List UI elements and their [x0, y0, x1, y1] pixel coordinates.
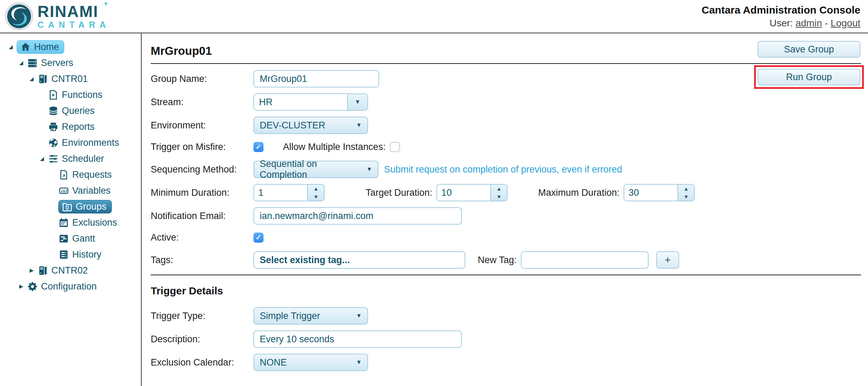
trigger-details-heading: Trigger Details — [151, 285, 861, 297]
selected-highlight[interactable]: Groups — [58, 200, 112, 213]
exclusion-calendar-row: Exclusion Calendar: NONE ▼ — [151, 354, 861, 371]
trigger-type-select[interactable]: Simple Trigger ▼ — [253, 307, 368, 325]
sidebar-item-label: CNTR01 — [51, 74, 88, 84]
servers-icon — [27, 58, 38, 68]
tree-expander-icon[interactable]: ▶ — [26, 267, 37, 274]
spinner-down-icon[interactable]: ▼ — [308, 193, 324, 201]
sidebar-item-cntr02[interactable]: ▶CNTR02 — [0, 262, 141, 278]
sidebar-item-functions[interactable]: Functions — [0, 87, 141, 103]
trigger-type-label: Trigger Type: — [151, 311, 253, 321]
spinner-down-icon[interactable]: ▼ — [678, 193, 694, 201]
trigger-type-value: Simple Trigger — [260, 311, 320, 321]
brand-logo[interactable]: RINAMI ▼ CANTARA — [5, 2, 110, 31]
sequencing-method-select[interactable]: Sequential on Completion ▼ — [253, 161, 378, 178]
section-divider — [151, 275, 861, 275]
tags-label: Tags: — [151, 255, 253, 266]
sidebar-item-label: Queries — [62, 106, 95, 116]
sidebar-item-home[interactable]: ◢Home — [0, 39, 141, 55]
durations-row: Minimum Duration: ▲ ▼ Target Duration: ▲… — [151, 184, 861, 201]
sidebar-item-gantt[interactable]: Gantt — [0, 230, 141, 246]
new-tag-input[interactable] — [521, 251, 649, 269]
sequencing-row: Sequencing Method: Sequential on Complet… — [151, 161, 861, 178]
sidebar-item-environments[interactable]: Environments — [0, 135, 141, 151]
tree-expander-icon[interactable]: ▶ — [15, 283, 27, 290]
maximum-duration-spinner[interactable]: ▲ ▼ — [624, 184, 695, 201]
sidebar-item-label: Configuration — [41, 281, 97, 292]
exclusion-calendar-select[interactable]: NONE ▼ — [253, 354, 368, 371]
sidebar-item-label: Functions — [62, 90, 102, 100]
target-duration-input[interactable] — [437, 185, 490, 201]
new-tag-label: New Tag: — [478, 255, 517, 266]
minimum-duration-steppers[interactable]: ▲ ▼ — [307, 185, 324, 201]
stream-label: Stream: — [151, 97, 253, 108]
folder-icon — [62, 201, 73, 212]
add-tag-button[interactable]: + — [656, 251, 679, 269]
group-name-input[interactable] — [253, 70, 379, 87]
server-tower-icon — [37, 74, 48, 84]
exclusion-calendar-value: NONE — [260, 357, 287, 368]
gantt-icon — [58, 233, 69, 244]
environment-select[interactable]: DEV-CLUSTER ▼ — [253, 117, 368, 134]
check-icon: ✓ — [256, 143, 261, 151]
minimum-duration-label: Minimum Duration: — [151, 187, 253, 198]
sidebar-item-cntr01[interactable]: ◢CNTR01 — [0, 71, 141, 87]
sidebar-item-groups[interactable]: Groups — [0, 199, 141, 215]
tags-input[interactable] — [253, 251, 465, 269]
run-group-button[interactable]: Run Group — [758, 69, 860, 85]
header-right: Cantara Administration Console User: adm… — [702, 4, 860, 29]
save-group-button[interactable]: Save Group — [758, 41, 860, 58]
sidebar-item-queries[interactable]: Queries — [0, 103, 141, 119]
sidebar-item-label: Gantt — [72, 233, 95, 244]
function-doc-icon — [48, 90, 59, 100]
target-duration-spinner[interactable]: ▲ ▼ — [436, 184, 508, 201]
trigger-on-misfire-checkbox[interactable]: ✓ — [253, 142, 264, 152]
svg-text:(x): (x) — [61, 188, 67, 193]
sidebar-tree: ◢Home◢Servers◢CNTR01FunctionsQueriesRepo… — [0, 33, 142, 386]
stream-dropdown-button[interactable]: ▼ — [347, 94, 367, 110]
spinner-up-icon[interactable]: ▲ — [678, 185, 694, 193]
sidebar-item-reports[interactable]: Reports — [0, 119, 141, 135]
sidebar-item-label: Scheduler — [62, 153, 104, 164]
spinner-down-icon[interactable]: ▼ — [491, 193, 507, 201]
tree-expander-icon[interactable]: ◢ — [26, 76, 37, 82]
sequencing-method-label: Sequencing Method: — [151, 164, 253, 175]
maximum-duration-input[interactable] — [624, 185, 677, 201]
brand-subtitle: CANTARA — [37, 20, 110, 29]
environment-row: Environment: DEV-CLUSTER ▼ — [151, 117, 861, 134]
description-input[interactable] — [253, 330, 462, 348]
spinner-up-icon[interactable]: ▲ — [491, 185, 507, 193]
allow-multiple-label: Allow Multiple Instances: — [283, 142, 386, 152]
sidebar-item-variables[interactable]: (x)Variables — [0, 183, 141, 199]
username-link[interactable]: admin — [795, 18, 822, 28]
stream-combobox[interactable]: ▼ — [253, 93, 368, 111]
target-duration-steppers[interactable]: ▲ ▼ — [490, 185, 507, 201]
chevron-down-icon: ▼ — [356, 122, 362, 129]
tree-expander-icon[interactable]: ◢ — [36, 156, 48, 162]
group-name-label: Group Name: — [151, 74, 253, 84]
tree-expander-icon[interactable]: ◢ — [15, 60, 27, 66]
separator: - — [825, 18, 828, 28]
active-checkbox[interactable]: ✓ — [253, 233, 264, 243]
sidebar-item-label: Servers — [41, 58, 73, 68]
stream-input[interactable] — [254, 94, 347, 110]
brand-name-text: RINAMI — [37, 2, 99, 20]
sidebar-item-history[interactable]: History — [0, 246, 141, 262]
rinami-logo-icon — [5, 2, 33, 31]
title-divider — [151, 63, 861, 64]
sidebar-item-label: CNTR02 — [51, 265, 88, 276]
tree-expander-icon[interactable]: ◢ — [5, 44, 17, 50]
sidebar-item-label: History — [72, 249, 101, 260]
allow-multiple-checkbox[interactable] — [390, 142, 400, 152]
sidebar-item-scheduler[interactable]: ◢Scheduler — [0, 151, 141, 167]
maximum-duration-steppers[interactable]: ▲ ▼ — [677, 185, 694, 201]
sidebar-item-configuration[interactable]: ▶Configuration — [0, 278, 141, 294]
logout-link[interactable]: Logout — [831, 18, 860, 28]
sidebar-item-requests[interactable]: Requests — [0, 167, 141, 183]
minimum-duration-spinner[interactable]: ▲ ▼ — [253, 184, 325, 201]
sidebar-item-servers[interactable]: ◢Servers — [0, 55, 141, 71]
sidebar-item-exclusions[interactable]: Exclusions — [0, 215, 141, 230]
notification-email-input[interactable] — [253, 207, 462, 225]
selected-highlight[interactable]: Home — [17, 40, 64, 54]
spinner-up-icon[interactable]: ▲ — [308, 185, 324, 193]
minimum-duration-input[interactable] — [254, 185, 307, 201]
